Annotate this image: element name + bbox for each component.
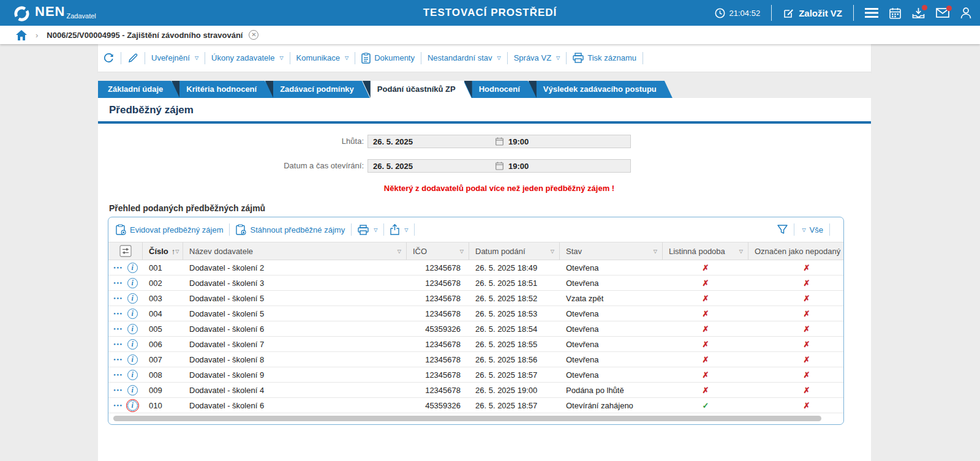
table-row[interactable]: ●●●i008Dodavatel - školení 91234567826. … [108,367,844,383]
row-menu-icon[interactable]: ●●● [113,358,123,361]
register-interest-button[interactable]: Evidovat předběžný zájem [116,224,223,235]
tab-podani-ucastniku-zp[interactable]: Podání účastníků ZP [363,81,472,98]
filter-all-dropdown[interactable]: ▽ Vše [801,225,823,234]
tab-zadavaci-podminky[interactable]: Zadávací podmínky [265,81,370,98]
table-row[interactable]: ●●●i003Dodavatel - školení 51234567826. … [108,291,844,306]
server-clock: 21:04:52 [715,8,761,18]
table-cell: 26. 5. 2025 18:57 [469,367,560,382]
table-row[interactable]: ●●●i009Dodavatel - školení 41234567826. … [108,383,844,398]
table-print-button[interactable]: ▽ [358,225,377,235]
breadcrumb-item[interactable]: N006/25/V00004995 - Zajištění závodního … [47,31,243,40]
filter-caret-icon[interactable]: ▽ [460,249,464,254]
calendar-icon [889,7,901,19]
edit-record-button[interactable] [127,53,138,64]
table-row[interactable]: ●●●i005Dodavatel - školení 64535932626. … [108,321,844,337]
nen-logo[interactable]: NEN Zadavatel [13,4,96,22]
row-info-icon[interactable]: i [127,324,138,334]
row-menu-icon[interactable]: ●●● [113,266,123,269]
column-settings-button[interactable] [108,242,143,260]
user-profile-button[interactable] [960,7,971,19]
filter-caret-icon[interactable]: ▽ [654,249,657,254]
row-menu-icon[interactable]: ●●● [113,403,123,407]
column-header-nazev-dodavatele[interactable]: Název dodavatele▽ [183,242,407,260]
row-menu-icon[interactable]: ●●● [113,281,123,285]
row-info-icon[interactable]: i [127,385,138,395]
deadline-time-value[interactable]: 19:00 [508,137,529,146]
create-vz-button[interactable]: Založit VZ [783,7,842,19]
messages-button[interactable] [936,8,949,18]
cross-icon: ✗ [663,383,748,397]
download-interests-button[interactable]: Stáhnout předběžné zájmy [236,224,345,235]
calendar-icon[interactable] [496,137,503,146]
column-header-oznacen-jako-nepodany[interactable]: Označen jako nepodaný [748,242,844,260]
table-row[interactable]: ●●●i007Dodavatel - školení 81234567826. … [108,352,844,367]
table-row[interactable]: ●●●i010Dodavatel - školení 64535932626. … [108,398,844,413]
deadline-date-value[interactable]: 26. 5. 2025 [373,137,496,146]
filter-button[interactable] [777,225,788,234]
column-header-ico[interactable]: IČO▽ [407,242,469,260]
deadline-field[interactable]: 26. 5. 2025 19:00 [368,135,631,148]
row-menu-icon[interactable]: ●●● [113,296,123,300]
table-cell: Dodavatel - školení 4 [183,383,407,397]
table-row[interactable]: ●●●i001Dodavatel - školení 21234567826. … [108,260,844,275]
clipboard-download-icon [236,224,246,235]
row-info-icon[interactable]: i [127,354,138,365]
preliminary-interest-table: Evidovat předběžný zájem Stáhnout předbě… [108,217,844,425]
filter-caret-icon[interactable]: ▽ [739,249,743,254]
menu-dokumenty[interactable]: Dokumenty [361,53,415,64]
row-info-icon[interactable]: i [127,263,138,273]
table-export-button[interactable]: ▽ [390,224,408,235]
row-menu-icon[interactable]: ●●● [113,327,123,331]
opening-time-value[interactable]: 19:00 [508,162,529,171]
row-menu-icon[interactable]: ●●● [113,312,123,315]
table-cell: Otevřena [560,260,663,275]
history-button[interactable] [103,52,115,64]
column-header-datum-podani[interactable]: Datum podání▽ [469,242,560,260]
tab-vysledek-zadavaciho-postupu[interactable]: Výsledek zadávacího postupu [529,81,673,98]
row-menu-icon[interactable]: ●●● [113,388,123,392]
table-cell: Otevřena [560,321,663,336]
cross-icon: ✗ [663,321,748,336]
opening-date-value[interactable]: 26. 5. 2025 [373,162,496,171]
filter-caret-icon[interactable]: ▽ [551,249,554,254]
tab-zakladni-udaje[interactable]: Základní údaje [98,81,179,98]
table-cell: 008 [143,367,183,382]
menu-ukony-zadavatele[interactable]: Úkony zadavatele▽ [211,53,284,62]
opening-field[interactable]: 26. 5. 2025 19:00 [368,159,631,173]
home-button[interactable] [16,30,27,40]
column-header-cislo[interactable]: Číslo ↑ ▽ [143,242,183,260]
tab-content: Předběžný zájem Lhůta: 26. 5. 2025 19:00… [98,98,871,460]
menu-komunikace[interactable]: Komunikace▽ [296,53,349,62]
cross-icon: ✗ [748,398,844,413]
menu-uverejneni[interactable]: Uveřejnění▽ [151,53,198,62]
tab-kriteria-hodnoceni[interactable]: Kritéria hodnocení [172,81,273,98]
calendar-button[interactable] [889,7,901,19]
row-info-icon[interactable]: i [127,339,138,350]
table-row[interactable]: ●●●i002Dodavatel - školení 31234567826. … [108,275,844,291]
table-cell: Otevřena [560,275,663,290]
filter-caret-icon[interactable]: ▽ [398,249,401,254]
row-info-icon[interactable]: i [127,400,138,411]
row-info-icon[interactable]: i [127,309,138,319]
table-cell: Dodavatel - školení 9 [183,367,407,382]
row-info-icon[interactable]: i [127,278,138,288]
horizontal-scrollbar[interactable] [113,416,821,421]
menu-nestandardni-stav[interactable]: Nestandardní stav▽ [428,53,501,62]
close-record-icon[interactable]: ✕ [249,30,258,40]
filter-caret-icon[interactable]: ▽ [175,249,179,254]
main-menu-button[interactable] [865,8,878,18]
calendar-icon[interactable] [496,162,503,170]
table-row[interactable]: ●●●i004Dodavatel - školení 51234567826. … [108,306,844,321]
row-menu-icon[interactable]: ●●● [113,342,123,346]
menu-sprava-vz[interactable]: Správa VZ▽ [514,53,560,62]
row-info-icon[interactable]: i [127,293,138,304]
tab-hodnoceni[interactable]: Hodnocení [464,81,536,98]
print-record-button[interactable]: Tisk záznamu [573,53,636,63]
table-row[interactable]: ●●●i006Dodavatel - školení 71234567826. … [108,337,844,352]
table-cell: Dodavatel - školení 2 [183,260,407,275]
downloads-button[interactable] [912,7,925,19]
row-menu-icon[interactable]: ●●● [113,373,123,377]
column-header-stav[interactable]: Stav▽ [560,242,663,260]
row-info-icon[interactable]: i [127,370,138,380]
column-header-listinna-podoba[interactable]: Listinná podoba▽ [663,242,748,260]
